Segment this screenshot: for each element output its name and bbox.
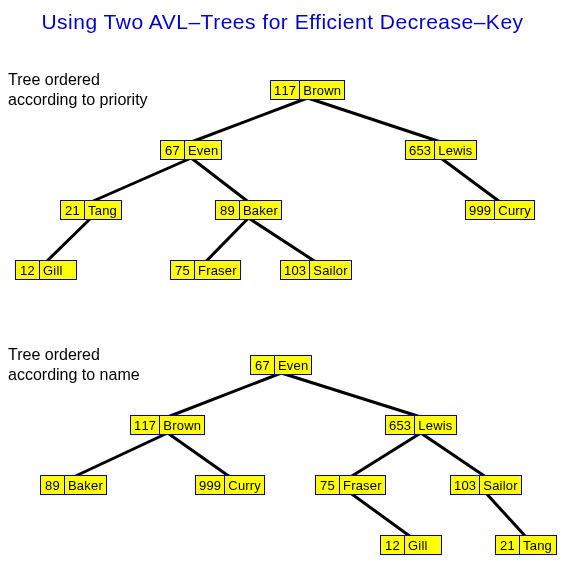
node-name: Fraser	[339, 475, 386, 495]
tree-edge	[350, 493, 411, 537]
node-name: Fraser	[194, 260, 241, 280]
node-name: Even	[274, 355, 312, 375]
node-name: Tang	[84, 200, 122, 220]
tree-node: 653Lewis	[405, 140, 477, 160]
tree-edge	[281, 373, 421, 417]
node-key: 103	[450, 475, 479, 495]
tree-node: 21Tang	[60, 200, 122, 220]
tree-node: 67Even	[250, 355, 312, 375]
node-key: 653	[405, 140, 434, 160]
node-key: 117	[270, 80, 299, 100]
tree-node: 75Fraser	[170, 260, 241, 280]
tree-edge	[441, 158, 500, 202]
tree-node: 999Curry	[465, 200, 535, 220]
node-name: Baker	[64, 475, 107, 495]
node-name: Curry	[224, 475, 265, 495]
node-key: 89	[215, 200, 239, 220]
node-key: 12	[380, 535, 404, 555]
node-name: Even	[184, 140, 222, 160]
node-name: Lewis	[434, 140, 476, 160]
node-key: 999	[465, 200, 494, 220]
node-name: Lewis	[414, 415, 456, 435]
tree-node: 67Even	[160, 140, 222, 160]
tree-node: 21Tang	[495, 535, 557, 555]
tree-edge	[168, 433, 230, 477]
node-key: 117	[130, 415, 159, 435]
tree-edge	[421, 433, 486, 477]
node-key: 67	[250, 355, 274, 375]
tree-node: 75Fraser	[315, 475, 386, 495]
node-key: 75	[315, 475, 339, 495]
tree-edge	[486, 493, 526, 537]
tree-node: 117Brown	[130, 415, 205, 435]
tree-edge	[350, 433, 420, 477]
node-name: Gill	[39, 260, 77, 280]
tree-edge	[248, 218, 315, 262]
tree-edge	[73, 433, 167, 477]
tree-edge	[91, 158, 191, 202]
tree-node: 103Sailor	[450, 475, 522, 495]
page-title: Using Two AVL–Trees for Efficient Decrea…	[0, 10, 565, 34]
diagram-stage: { "title": "Using Two AVL\u2013Trees for…	[0, 0, 565, 576]
node-key: 67	[160, 140, 184, 160]
node-key: 999	[195, 475, 224, 495]
tree-node: 89Baker	[215, 200, 282, 220]
tree-edge	[191, 158, 248, 202]
tree-edge	[308, 98, 441, 142]
node-name: Curry	[494, 200, 535, 220]
node-key: 653	[385, 415, 414, 435]
node-key: 103	[280, 260, 309, 280]
tree-edge	[191, 98, 307, 142]
tree-node: 653Lewis	[385, 415, 457, 435]
node-key: 12	[15, 260, 39, 280]
tree-node: 12Gill	[380, 535, 442, 555]
tree-edge	[168, 373, 282, 417]
node-name: Brown	[299, 80, 345, 100]
caption-priority-tree: Tree ordered according to priority	[8, 70, 148, 110]
tree-edge	[46, 218, 91, 262]
tree-edge	[205, 218, 248, 262]
node-name: Brown	[159, 415, 205, 435]
tree-node: 89Baker	[40, 475, 107, 495]
node-key: 75	[170, 260, 194, 280]
node-key: 21	[495, 535, 519, 555]
tree-node: 999Curry	[195, 475, 265, 495]
node-key: 89	[40, 475, 64, 495]
node-name: Sailor	[309, 260, 351, 280]
caption-name-tree: Tree ordered according to name	[8, 345, 140, 385]
node-name: Gill	[404, 535, 442, 555]
node-name: Baker	[239, 200, 282, 220]
node-name: Tang	[519, 535, 557, 555]
tree-node: 117Brown	[270, 80, 345, 100]
node-key: 21	[60, 200, 84, 220]
tree-node: 12Gill	[15, 260, 77, 280]
tree-node: 103Sailor	[280, 260, 352, 280]
node-name: Sailor	[479, 475, 521, 495]
